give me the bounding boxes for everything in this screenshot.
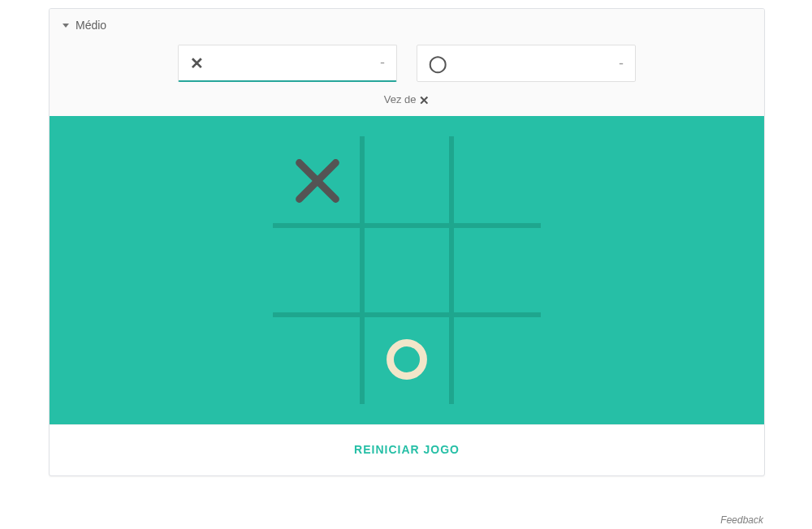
svg-point-2 <box>391 343 424 376</box>
x-mark-icon: ✕ <box>190 55 204 71</box>
difficulty-selector[interactable]: Médio <box>50 9 764 37</box>
turn-indicator: Vez de ✕ <box>50 88 764 116</box>
board <box>273 136 541 404</box>
cell-2-0[interactable] <box>273 315 362 404</box>
tic-tac-toe-card: Médio ✕ - ◯ - Vez de ✕ <box>49 8 765 476</box>
turn-prefix: Vez de <box>384 93 419 105</box>
cell-0-0[interactable] <box>273 136 362 226</box>
difficulty-label: Médio <box>76 19 106 32</box>
feedback-label: Feedback <box>720 514 763 526</box>
restart-button[interactable]: REINICIAR JOGO <box>50 424 764 475</box>
feedback-link[interactable]: Feedback <box>720 514 763 526</box>
turn-player-mark: ✕ <box>419 93 430 107</box>
cell-0-2[interactable] <box>451 136 541 226</box>
score-o-value: - <box>619 55 624 72</box>
x-piece-icon <box>292 155 343 207</box>
cell-1-2[interactable] <box>451 226 541 315</box>
cell-2-1[interactable] <box>362 315 451 404</box>
score-box-o[interactable]: ◯ - <box>417 45 636 82</box>
score-x-value: - <box>380 54 385 71</box>
cell-0-1[interactable] <box>362 136 451 226</box>
o-mark-icon: ◯ <box>429 55 447 71</box>
cell-1-0[interactable] <box>273 226 362 315</box>
score-box-x[interactable]: ✕ - <box>178 45 397 82</box>
cell-1-1[interactable] <box>362 226 451 315</box>
board-area <box>50 116 764 424</box>
restart-label: REINICIAR JOGO <box>354 443 460 456</box>
chevron-down-icon <box>63 24 69 28</box>
o-piece-icon <box>381 333 433 385</box>
score-row: ✕ - ◯ - <box>50 37 764 88</box>
cell-2-2[interactable] <box>451 315 541 404</box>
